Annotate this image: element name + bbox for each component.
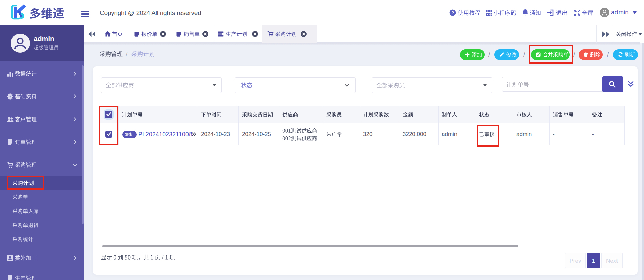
svg-text:?: ?	[451, 10, 454, 15]
